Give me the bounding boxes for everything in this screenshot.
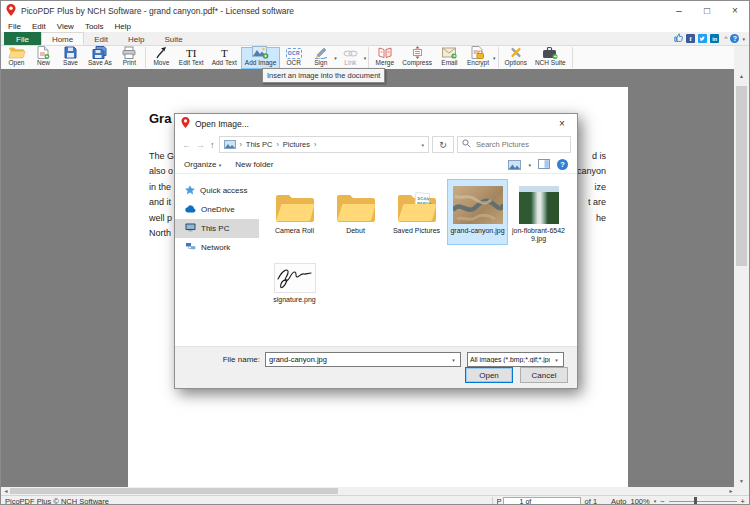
refresh-icon[interactable]: ↻	[432, 136, 454, 153]
link-button[interactable]: Link	[337, 47, 364, 69]
like-icon[interactable]	[674, 33, 683, 44]
new-button[interactable]: New	[30, 47, 57, 69]
file-saved-pictures[interactable]: SCANPAPER Saved Pictures	[386, 179, 447, 245]
open-button[interactable]: Open	[3, 47, 30, 69]
folder-icon	[335, 182, 377, 224]
preview-pane-icon[interactable]	[538, 159, 550, 171]
print-button[interactable]: Print	[116, 47, 143, 69]
file-debut[interactable]: Debut	[325, 179, 386, 245]
ocr-icon: OCR	[286, 48, 302, 59]
add-text-button[interactable]: T Add Text	[208, 47, 241, 69]
file-signature[interactable]: signature.png	[264, 248, 325, 306]
open-dialog-button[interactable]: Open	[465, 367, 513, 383]
page-number-input[interactable]: 1 of	[503, 497, 581, 505]
forward-icon[interactable]: →	[195, 140, 206, 150]
sign-pen-icon	[314, 46, 328, 59]
help-dropdown-caret-icon[interactable]: ▾	[742, 36, 745, 42]
zoom-percent[interactable]: 100%	[631, 497, 650, 505]
toolbar-separator	[572, 47, 573, 68]
file-grand-canyon[interactable]: grand-canyon.jpg	[447, 179, 508, 245]
merge-button[interactable]: Merge	[371, 47, 398, 69]
move-button[interactable]: Move	[148, 47, 175, 69]
open-folder-icon	[8, 46, 26, 59]
scroll-down-icon[interactable]: ▼	[734, 474, 749, 487]
scroll-right-icon[interactable]: ►	[726, 487, 736, 495]
tab-edit[interactable]: Edit	[84, 32, 118, 45]
search-input[interactable]	[474, 139, 566, 150]
horizontal-scroll-thumb[interactable]	[10, 488, 338, 494]
linkedin-icon[interactable]: in	[710, 34, 719, 43]
sign-button[interactable]: Sign	[307, 47, 334, 69]
close-button[interactable]: ×	[721, 1, 749, 20]
dialog-help-icon[interactable]: ?	[557, 159, 568, 170]
filename-dropdown-icon[interactable]: ▾	[447, 357, 460, 363]
address-dropdown-icon[interactable]: ▾	[421, 142, 424, 148]
zoom-in-button[interactable]: +	[741, 497, 745, 505]
sidebar-item-network[interactable]: Network	[175, 238, 259, 257]
minimize-button[interactable]: –	[665, 1, 693, 20]
menu-tools[interactable]: Tools	[85, 22, 104, 31]
filename-input[interactable]	[266, 354, 447, 365]
zoom-slider-thumb[interactable]	[694, 497, 697, 505]
collapse-ribbon-icon[interactable]: ^	[724, 35, 727, 42]
file-jon-flobrant[interactable]: jon-flobrant-65429.jpg	[508, 179, 569, 245]
encrypt-button[interactable]: Encrypt	[463, 47, 493, 69]
menu-help[interactable]: Help	[115, 22, 131, 31]
menu-edit[interactable]: Edit	[32, 22, 46, 31]
twitter-icon[interactable]	[698, 34, 707, 43]
options-tools-icon	[509, 46, 523, 59]
sidebar-item-this-pc[interactable]: This PC	[175, 219, 259, 238]
address-bar[interactable]: › This PC › Pictures › ▾	[219, 136, 430, 153]
search-box[interactable]	[457, 136, 571, 153]
menu-file[interactable]: File	[8, 22, 21, 31]
encrypt-dropdown-caret-icon[interactable]: ▾	[493, 55, 496, 61]
file-camera-roll[interactable]: Camera Roll	[264, 179, 325, 245]
help-icon[interactable]: ?	[730, 34, 739, 43]
sidebar-item-onedrive[interactable]: OneDrive	[175, 200, 259, 219]
new-folder-button[interactable]: New folder	[235, 160, 273, 169]
filename-combo[interactable]: ▾	[265, 352, 461, 367]
thumbnails-view-icon[interactable]	[508, 160, 521, 170]
sidebar-item-quick-access[interactable]: Quick access	[175, 181, 259, 200]
edit-text-button[interactable]: TI Edit Text	[175, 47, 208, 69]
ribbon-tabs: File Home Edit Help Suite	[1, 32, 749, 46]
zoom-out-button[interactable]: −	[660, 497, 664, 505]
print-icon	[122, 46, 136, 59]
up-icon[interactable]: ↑	[209, 140, 216, 150]
cancel-button[interactable]: Cancel	[520, 367, 568, 383]
horizontal-scrollbar[interactable]: ◄ ►	[1, 487, 736, 495]
scroll-up-icon[interactable]: ▲	[734, 69, 749, 82]
back-icon[interactable]: ←	[181, 140, 192, 150]
organize-button[interactable]: Organize ▾	[184, 160, 221, 169]
save-as-button[interactable]: Save As	[84, 47, 116, 69]
crumb-this-pc[interactable]: This PC	[246, 140, 273, 149]
crumb-pictures[interactable]: Pictures	[283, 140, 310, 149]
folder-scan-paper-icon: SCANPAPER	[396, 182, 438, 224]
ocr-button[interactable]: OCR OCR	[280, 47, 307, 69]
view-dropdown-caret-icon[interactable]: ▾	[528, 162, 531, 168]
dialog-close-button[interactable]: ×	[547, 114, 577, 133]
tab-file[interactable]: File	[4, 32, 41, 45]
tab-help[interactable]: Help	[118, 32, 154, 45]
vertical-scrollbar[interactable]: ▲ ▼	[734, 69, 749, 487]
zoom-dropdown-caret-icon[interactable]: ▾	[654, 498, 657, 504]
add-image-button[interactable]: Add Image	[241, 47, 280, 69]
facebook-icon[interactable]: f	[686, 34, 695, 43]
email-button[interactable]: Email	[436, 47, 463, 69]
save-button[interactable]: Save	[57, 47, 84, 69]
link-dropdown-caret-icon[interactable]: ▾	[364, 55, 367, 61]
nch-suite-button[interactable]: NCH Suite	[531, 47, 570, 69]
filetype-combo[interactable]: All images (*.bmp;*.gif;*.jpg;*.jp ▾	[467, 352, 564, 367]
compress-button[interactable]: Compress	[398, 47, 436, 69]
vertical-scroll-thumb[interactable]	[736, 86, 747, 266]
maximize-button[interactable]: □	[693, 1, 721, 20]
tab-suite[interactable]: Suite	[154, 32, 192, 45]
add-image-icon	[252, 46, 269, 59]
zoom-mode[interactable]: Auto	[611, 497, 626, 505]
menu-view[interactable]: View	[57, 22, 74, 31]
zoom-slider[interactable]	[669, 497, 737, 505]
tab-home[interactable]: Home	[41, 32, 84, 45]
window-controls: – □ ×	[665, 1, 749, 20]
options-button[interactable]: Options	[501, 47, 531, 69]
filetype-dropdown-icon[interactable]: ▾	[550, 357, 563, 363]
